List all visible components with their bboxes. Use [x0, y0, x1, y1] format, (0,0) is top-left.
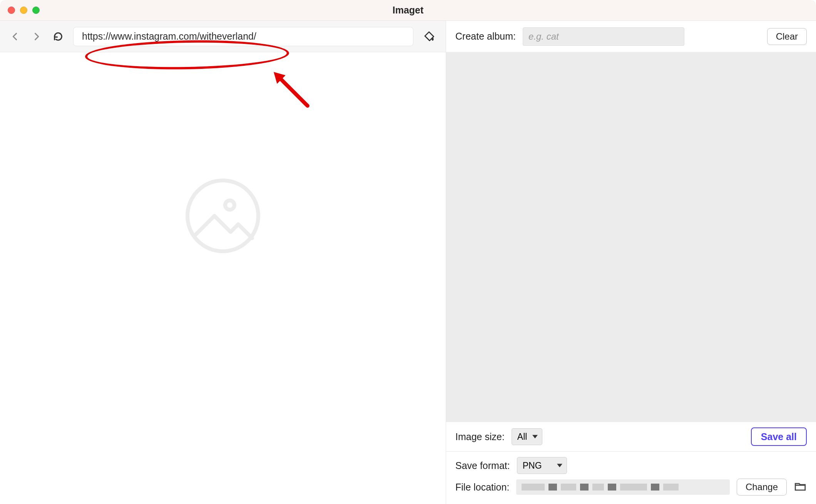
window-controls: [8, 7, 40, 14]
paint-bucket-button[interactable]: [422, 29, 437, 44]
album-bar: Create album: Clear: [446, 21, 816, 52]
save-all-button[interactable]: Save all: [751, 427, 807, 446]
url-input[interactable]: [73, 27, 413, 46]
image-size-select[interactable]: All: [512, 428, 542, 445]
arrow-left-icon: [10, 31, 20, 42]
change-location-button[interactable]: Change: [737, 479, 787, 496]
folder-icon: [794, 480, 807, 493]
close-window-button[interactable]: [8, 7, 15, 14]
save-format-select[interactable]: PNG: [517, 457, 567, 474]
image-size-label: Image size:: [455, 431, 505, 442]
file-location-label: File location:: [455, 482, 509, 493]
main-split: Create album: Clear Image size: All Save…: [0, 21, 816, 504]
album-name-input[interactable]: [523, 27, 684, 46]
sidebar-pane: Create album: Clear Image size: All Save…: [446, 21, 816, 504]
svg-point-0: [187, 180, 258, 251]
save-controls: Image size: All Save all Save format: PN…: [446, 422, 816, 504]
app-title: Imaget: [0, 5, 816, 16]
minimize-window-button[interactable]: [20, 7, 27, 14]
titlebar: Imaget: [0, 0, 816, 21]
fullscreen-window-button[interactable]: [32, 7, 40, 14]
forward-button[interactable]: [30, 30, 43, 43]
open-folder-button[interactable]: [794, 480, 807, 494]
save-format-row: Save format: PNG: [446, 452, 816, 476]
browser-toolbar: [0, 21, 446, 52]
save-format-label: Save format:: [455, 460, 510, 471]
image-size-row: Image size: All Save all: [446, 422, 816, 452]
create-album-label: Create album:: [455, 31, 516, 42]
file-location-row: File location: Change: [446, 476, 816, 504]
annotation-arrow: [269, 68, 312, 112]
clear-button[interactable]: Clear: [767, 28, 807, 45]
reload-button[interactable]: [52, 30, 65, 43]
back-button[interactable]: [8, 30, 22, 43]
browser-content: [0, 52, 446, 504]
arrow-right-icon: [31, 31, 42, 42]
file-location-display: [516, 479, 730, 495]
reload-icon: [53, 31, 64, 42]
empty-image-placeholder-icon: [184, 177, 261, 256]
paint-bucket-icon: [423, 30, 436, 43]
browser-pane: [0, 21, 446, 504]
album-content-area: [446, 52, 816, 422]
svg-point-1: [225, 200, 234, 210]
